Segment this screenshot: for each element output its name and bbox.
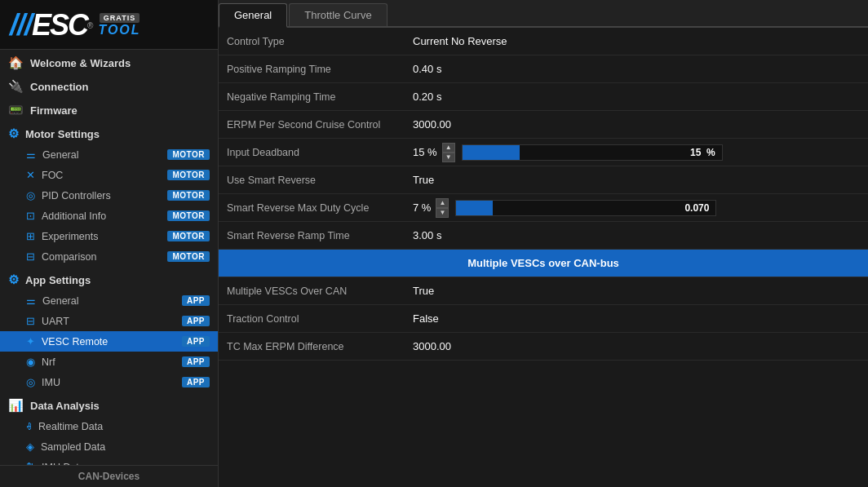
sidebar-item-comparison[interactable]: ⊟ Comparison MOTOR — [0, 246, 218, 267]
deadband-down[interactable]: ▼ — [442, 153, 455, 162]
sidebar-data-label: Data Analysis — [30, 400, 100, 412]
row-negative-ramping: Negative Ramping Time 0.20 s — [219, 83, 868, 111]
smart-duty-down[interactable]: ▼ — [436, 208, 449, 218]
smart-duty-up[interactable]: ▲ — [436, 198, 449, 208]
realtime-icon: Ꞗ — [26, 420, 32, 432]
sidebar-item-uart[interactable]: ⊟ UART APP — [0, 311, 218, 331]
nrf-badge: APP — [182, 356, 210, 367]
label-multiple-vescs: Multiple VESCs Over CAN — [219, 281, 406, 302]
sidebar-info-label: Additional Info — [42, 210, 106, 222]
row-erpm-cruise: ERPM Per Second Cruise Control 3000.00 — [219, 111, 868, 139]
sidebar-section-data[interactable]: 📊 Data Analysis — [0, 392, 218, 416]
row-smart-ramp: Smart Reverse Ramp Time 3.00 s — [219, 222, 868, 250]
sidebar-item-nrf[interactable]: ◉ Nrf APP — [0, 352, 218, 372]
deadband-spin[interactable]: ▲ ▼ — [442, 143, 455, 162]
sidebar-item-firmware[interactable]: 📟 Firmware — [0, 97, 218, 121]
connection-icon: 🔌 — [8, 79, 24, 94]
sidebar-realtime-label: Realtime Data — [38, 421, 103, 432]
experiments-icon: ⊞ — [26, 230, 35, 242]
sidebar-item-realtime[interactable]: Ꞗ Realtime Data — [0, 416, 218, 436]
label-negative-ramping: Negative Ramping Time — [219, 86, 406, 108]
smart-duty-number: 7 % — [413, 201, 431, 214]
sidebar-item-foc[interactable]: ✕ FOC MOTOR — [0, 165, 218, 185]
value-control-type: Current No Reverse — [406, 32, 868, 51]
sidebar-item-imu-data[interactable]: ⇅ IMU Data — [0, 457, 218, 465]
sidebar-item-vesc-remote[interactable]: ✦ VESC Remote APP — [0, 331, 218, 352]
tab-throttle-curve[interactable]: Throttle Curve — [289, 3, 387, 26]
sidebar-item-connection[interactable]: 🔌 Connection — [0, 73, 218, 97]
sidebar-imu-label: IMU — [42, 377, 60, 388]
sidebar-item-additional-info[interactable]: ⊡ Additional Info MOTOR — [0, 206, 218, 226]
label-smart-ramp: Smart Reverse Ramp Time — [219, 225, 406, 246]
data-icon: 📊 — [8, 398, 24, 413]
settings-table: Control Type Current No Reverse Positive… — [219, 28, 868, 361]
sidebar-comparison-label: Comparison — [42, 251, 96, 263]
logo-area: /// ESC ® GRATIS TOOL — [0, 0, 218, 50]
label-erpm-cruise: ERPM Per Second Cruise Control — [219, 114, 406, 135]
sidebar-pid-label: PID Controllers — [42, 190, 111, 201]
sampled-icon: ◈ — [26, 441, 34, 453]
sidebar-item-welcome[interactable]: 🏠 Welcome & Wizards — [0, 50, 218, 73]
deadband-slider[interactable]: 15 % — [462, 144, 723, 161]
general-motor-badge: MOTOR — [167, 149, 210, 160]
foc-badge: MOTOR — [167, 170, 210, 180]
row-traction: Traction Control False — [219, 305, 868, 333]
sidebar-app-general-label: General — [42, 295, 78, 307]
sidebar-sampled-label: Sampled Data — [41, 441, 105, 453]
home-icon: 🏠 — [8, 55, 24, 70]
sidebar-connection-label: Connection — [30, 81, 89, 93]
imu-badge: APP — [182, 377, 210, 387]
smart-ramp-text: 3.00 s — [413, 229, 441, 241]
erpm-cruise-text: 3000.00 — [413, 118, 451, 131]
traction-text: False — [413, 312, 439, 325]
sidebar-uart-label: UART — [42, 316, 69, 327]
deadband-fill — [463, 145, 520, 160]
deadband-number: 15 % — [413, 146, 437, 158]
logo-esc: ESC — [32, 8, 87, 42]
vesc-remote-badge: APP — [182, 336, 210, 347]
app-general-icon: ⚌ — [26, 294, 36, 307]
nrf-icon: ◉ — [26, 356, 35, 368]
sidebar-general-motor-label: General — [42, 149, 78, 161]
row-multiple-vescs: Multiple VESCs Over CAN True — [219, 277, 868, 305]
sidebar-app-label: App Settings — [25, 274, 91, 286]
smart-duty-spin[interactable]: ▲ ▼ — [436, 198, 449, 218]
sidebar-motor-label: Motor Settings — [25, 128, 100, 140]
main-content: General Throttle Curve Control Type Curr… — [219, 0, 868, 487]
value-smart-duty: 7 % ▲ ▼ 0.070 — [406, 195, 868, 221]
smart-duty-overlay: 0.070 — [684, 202, 709, 214]
sidebar-scroll: 🏠 Welcome & Wizards 🔌 Connection 📟 Firmw… — [0, 50, 218, 465]
value-input-deadband: 15 % ▲ ▼ 15 % — [406, 139, 868, 166]
label-traction: Traction Control — [219, 308, 406, 330]
sidebar-bottom[interactable]: CAN-Devices — [0, 465, 218, 487]
value-positive-ramping: 0.40 s — [406, 60, 868, 78]
sidebar: /// ESC ® GRATIS TOOL 🏠 Welcome & Wizard… — [0, 0, 219, 487]
pid-badge: MOTOR — [167, 190, 210, 201]
smart-reverse-text: True — [413, 174, 434, 186]
foc-icon: ✕ — [26, 169, 35, 181]
row-positive-ramping: Positive Ramping Time 0.40 s — [219, 55, 868, 83]
deadband-up[interactable]: ▲ — [442, 143, 455, 153]
value-traction: False — [406, 309, 868, 328]
sidebar-item-sampled[interactable]: ◈ Sampled Data — [0, 436, 218, 457]
sidebar-section-app[interactable]: ⚙ App Settings — [0, 267, 218, 290]
logo-tool: TOOL — [98, 23, 140, 38]
vesc-remote-icon: ✦ — [26, 335, 35, 348]
label-smart-reverse: Use Smart Reverse — [219, 170, 406, 191]
sidebar-nrf-label: Nrf — [42, 356, 55, 368]
row-tc-erpm: TC Max ERPM Difference 3000.00 — [219, 333, 868, 361]
sidebar-section-motor[interactable]: ⚙ Motor Settings — [0, 121, 218, 144]
can-devices-label: CAN-Devices — [78, 471, 140, 482]
smart-duty-slider[interactable]: 0.070 — [455, 200, 716, 216]
control-type-text: Current No Reverse — [413, 35, 507, 47]
row-input-deadband: Input Deadband 15 % ▲ ▼ 15 % — [219, 139, 868, 166]
imu-icon: ◎ — [26, 376, 35, 388]
tab-general[interactable]: General — [219, 3, 287, 28]
sidebar-item-app-general[interactable]: ⚌ General APP — [0, 290, 218, 311]
tab-general-label: General — [234, 9, 272, 21]
sidebar-item-general-motor[interactable]: ⚌ General MOTOR — [0, 144, 218, 165]
section-header-can: Multiple VESCs over CAN-bus — [219, 250, 868, 277]
sidebar-item-pid[interactable]: ◎ PID Controllers MOTOR — [0, 185, 218, 206]
sidebar-item-experiments[interactable]: ⊞ Experiments MOTOR — [0, 226, 218, 246]
sidebar-item-imu[interactable]: ◎ IMU APP — [0, 372, 218, 392]
